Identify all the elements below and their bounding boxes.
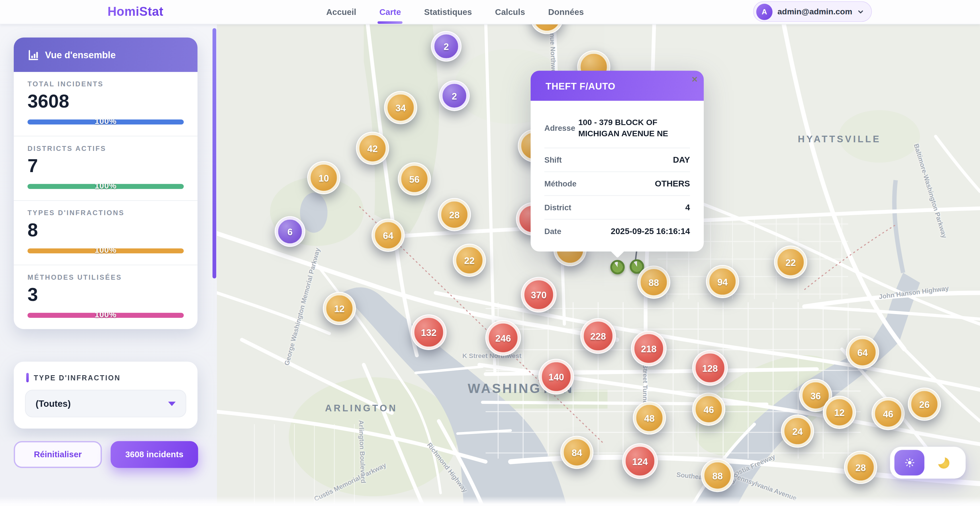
incident-count-button[interactable]: 3608 incidents: [111, 441, 198, 468]
progress-bar: 100%: [27, 118, 184, 126]
nav-item-carte[interactable]: Carte: [379, 5, 401, 19]
cluster-count: 6: [287, 226, 293, 237]
app-logo[interactable]: HomiStat: [107, 4, 163, 19]
select-value: (Toutes): [35, 398, 70, 409]
cluster-marker[interactable]: 132: [412, 315, 445, 349]
cluster-marker[interactable]: 28: [439, 199, 470, 230]
cluster-marker[interactable]: 56: [399, 163, 430, 195]
nav-item-données[interactable]: Données: [548, 5, 584, 19]
infraction-type-select[interactable]: (Toutes): [25, 390, 186, 417]
cluster-marker[interactable]: 140: [539, 360, 573, 394]
map-canvas[interactable]: WASHINGTONARLINGTONHYATTSVILLEGeorge Was…: [217, 24, 980, 506]
close-icon[interactable]: ×: [692, 73, 697, 86]
cluster-marker[interactable]: 2: [440, 81, 469, 110]
popup-row-méthode: MéthodeOTHERS: [531, 172, 704, 195]
stat-label: DISTRICTS ACTIFS: [27, 145, 184, 152]
overview-card-header: Vue d'ensemble: [14, 38, 197, 72]
cluster-marker[interactable]: 64: [847, 337, 878, 368]
bar-chart-icon: [27, 49, 39, 60]
stat-block: TOTAL INCIDENTS3608100%: [14, 72, 197, 136]
cluster-count: 370: [531, 289, 547, 300]
cluster-marker[interactable]: 370: [522, 278, 555, 311]
cluster-marker[interactable]: 124: [623, 444, 657, 478]
cluster-marker[interactable]: 6: [276, 217, 304, 246]
cluster-marker[interactable]: 34: [385, 92, 416, 123]
stat-value: 7: [27, 155, 184, 176]
moon-icon: [938, 457, 949, 468]
overview-card: Vue d'ensemble TOTAL INCIDENTS3608100%DI…: [14, 38, 197, 329]
popup-row-shift: ShiftDAY: [531, 148, 704, 172]
popup-field-value: 2025-09-25 16:16:14: [562, 227, 690, 236]
cluster-marker[interactable]: 2: [432, 32, 460, 61]
light-mode-button[interactable]: [894, 450, 924, 475]
popup-field-value: 4: [571, 203, 690, 212]
screenshot-stage: WASHINGTONARLINGTONHYATTSVILLEGeorge Was…: [0, 0, 980, 506]
cluster-count: 12: [334, 303, 344, 314]
progress-percent: 100%: [27, 181, 184, 190]
cluster-marker[interactable]: 88: [638, 267, 670, 298]
cluster-count: 28: [855, 462, 865, 473]
cluster-marker[interactable]: 22: [775, 246, 807, 278]
cluster-marker[interactable]: 12: [824, 397, 855, 428]
theme-toggle: [890, 447, 966, 479]
cluster-count: 2: [452, 90, 457, 101]
chevron-down-icon: [858, 8, 864, 14]
cluster-marker[interactable]: 94: [707, 266, 738, 297]
cluster-count: 10: [319, 172, 329, 183]
cluster-marker[interactable]: 12: [324, 293, 355, 324]
point-marker[interactable]: [610, 260, 625, 274]
city-label-arlington: ARLINGTON: [325, 403, 398, 413]
cluster-marker[interactable]: 88: [702, 460, 733, 491]
cluster-marker[interactable]: 24: [782, 415, 813, 447]
nav-item-calculs[interactable]: Calculs: [495, 5, 525, 19]
dark-mode-button[interactable]: [928, 447, 959, 479]
cluster-count: 128: [702, 362, 718, 373]
progress-percent: 100%: [27, 245, 184, 255]
cluster-marker[interactable]: 46: [693, 394, 724, 425]
stats-list: TOTAL INCIDENTS3608100%DISTRICTS ACTIFS7…: [14, 72, 197, 329]
cluster-count: 88: [649, 277, 659, 287]
popup-title: THEFT F/AUTO: [546, 80, 616, 91]
popup-field-label: Date: [544, 227, 562, 236]
user-menu[interactable]: A admin@admin.com: [753, 1, 872, 22]
main-nav: AccueilCarteStatistiquesCalculsDonnées: [326, 0, 584, 24]
cluster-marker[interactable]: 48: [634, 402, 665, 433]
stat-block: MÉTHODES UTILISÉES3100%: [14, 265, 197, 329]
cluster-marker[interactable]: 228: [581, 319, 615, 353]
cluster-count: 24: [792, 426, 803, 436]
popup-row-district: District4: [531, 196, 704, 219]
sidebar-footer: Réinitialiser 3608 incidents: [0, 435, 217, 506]
cluster-marker[interactable]: 46: [873, 398, 904, 429]
nav-item-statistiques[interactable]: Statistiques: [424, 5, 472, 19]
stat-label: TYPES D'INFRACTIONS: [27, 209, 184, 216]
cluster-marker[interactable]: 84: [562, 437, 593, 468]
popup-field-label: Adresse: [544, 124, 575, 132]
cluster-count: 42: [368, 143, 378, 153]
popup-header: THEFT F/AUTO ×: [531, 70, 704, 101]
cluster-count: 22: [786, 257, 796, 267]
sidebar-scrollbar[interactable]: [213, 28, 216, 278]
topbar: HomiStat AccueilCarteStatistiquesCalculs…: [0, 0, 980, 24]
cluster-marker[interactable]: 22: [453, 245, 485, 276]
cluster-marker[interactable]: 28: [845, 452, 876, 483]
cluster-marker[interactable]: 10: [308, 162, 339, 193]
cluster-marker[interactable]: 218: [632, 332, 666, 366]
reset-button[interactable]: Réinitialiser: [14, 441, 102, 468]
cluster-count: 64: [383, 230, 393, 241]
sidebar: Vue d'ensemble TOTAL INCIDENTS3608100%DI…: [0, 24, 217, 506]
nav-item-accueil[interactable]: Accueil: [326, 5, 356, 19]
popup-field-value: OTHERS: [576, 179, 690, 188]
filter-label: TYPE D'INFRACTION: [34, 374, 121, 381]
cluster-marker[interactable]: 128: [693, 351, 727, 385]
popup-field-label: Shift: [544, 155, 562, 164]
popup-row-adresse: Adresse100 - 379 BLOCK OF MICHIGAN AVENU…: [531, 107, 704, 148]
cluster-count: 228: [590, 331, 606, 342]
cluster-marker[interactable]: 64: [372, 220, 404, 251]
cluster-marker[interactable]: 26: [908, 388, 940, 420]
cluster-count: 46: [883, 408, 893, 419]
cluster-marker[interactable]: 246: [486, 321, 520, 355]
stat-value: 3608: [27, 91, 184, 112]
cluster-count: 218: [641, 343, 657, 354]
accent-bar: [26, 373, 29, 382]
cluster-marker[interactable]: 42: [357, 132, 388, 164]
